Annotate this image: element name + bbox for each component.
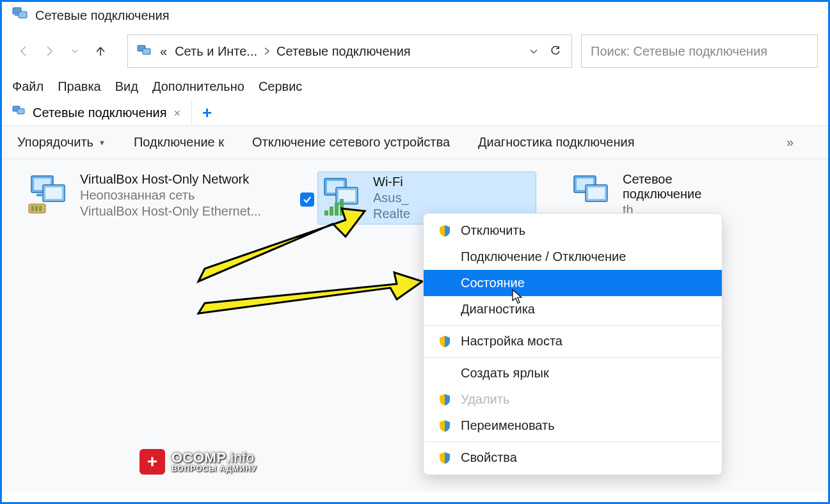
address-dropdown-button[interactable] <box>523 40 545 62</box>
watermark-brand: OCOMP.info <box>172 451 257 465</box>
svg-rect-2 <box>15 15 19 16</box>
organize-button[interactable]: Упорядочить ▼ <box>17 135 106 150</box>
connection-status: Asus_ <box>373 191 410 205</box>
svg-rect-20 <box>324 210 328 216</box>
svg-rect-13 <box>31 206 34 211</box>
svg-rect-27 <box>588 187 605 199</box>
shield-icon <box>438 420 452 432</box>
menu-service[interactable]: Сервис <box>257 78 304 95</box>
ctx-label: Диагностика <box>461 302 535 317</box>
network-adapter-icon <box>570 172 614 218</box>
recent-dropdown-button[interactable] <box>63 40 86 63</box>
search-box[interactable] <box>581 35 818 68</box>
tab-network-connections[interactable]: Сетевые подключения ✕ <box>2 100 192 125</box>
ctx-label: Свойства <box>461 450 517 465</box>
ctx-disable[interactable]: Отключить <box>424 217 722 244</box>
svg-rect-23 <box>340 199 344 216</box>
menu-file[interactable]: Файл <box>11 78 45 95</box>
connection-status: Неопознанная сеть <box>80 188 261 203</box>
address-bar[interactable]: « Сеть и Инте... Сетевые подключения <box>127 35 572 68</box>
svg-rect-10 <box>45 187 62 199</box>
organize-label: Упорядочить <box>17 135 93 150</box>
ctx-label: Настройка моста <box>461 334 563 349</box>
ctx-connect-disconnect[interactable]: Подключение / Отключение <box>424 244 722 270</box>
connection-name: VirtualBox Host-Only Network <box>80 172 261 187</box>
svg-rect-14 <box>35 206 38 211</box>
svg-rect-1 <box>19 12 27 18</box>
tab-label: Сетевые подключения <box>33 106 167 120</box>
shield-icon <box>438 224 452 237</box>
ctx-label: Подключение / Отключение <box>461 249 626 264</box>
separator <box>424 357 722 358</box>
titlebar: Сетевые подключения <box>2 2 828 29</box>
ctx-create-shortcut[interactable]: Создать ярлык <box>424 360 722 386</box>
back-button[interactable] <box>12 40 35 63</box>
tab-icon <box>12 106 26 120</box>
watermark-logo-icon: + <box>140 449 165 475</box>
new-tab-button[interactable]: + <box>196 102 219 125</box>
separator <box>424 441 722 442</box>
context-menu: Отключить Подключение / Отключение Состо… <box>423 213 722 475</box>
selection-checkbox[interactable] <box>300 193 314 207</box>
network-connections-icon <box>12 7 29 24</box>
window-title: Сетевые подключения <box>35 8 170 23</box>
menu-edit[interactable]: Правка <box>56 78 102 95</box>
connection-name: Wi-Fi <box>373 175 410 189</box>
address-icon <box>133 35 156 67</box>
shield-icon <box>438 335 452 348</box>
ctx-label: Удалить <box>461 392 509 407</box>
svg-rect-4 <box>143 49 150 54</box>
search-input[interactable] <box>591 44 808 59</box>
ctx-diagnostics[interactable]: Диагностика <box>424 296 722 322</box>
watermark: + OCOMP.info ВОПРОСЫ АДМИНУ <box>140 449 257 475</box>
ctx-rename[interactable]: Переименовать <box>424 413 722 439</box>
breadcrumb-chevron-icon[interactable] <box>261 35 273 67</box>
nav-row: « Сеть и Инте... Сетевые подключения <box>2 29 828 73</box>
diagnose-button[interactable]: Диагностика подключения <box>478 135 634 150</box>
network-adapter-icon <box>28 172 71 218</box>
wifi-adapter-icon <box>321 175 364 221</box>
chevron-down-icon: ▼ <box>99 139 106 146</box>
disable-device-button[interactable]: Отключение сетевого устройства <box>252 135 450 150</box>
ctx-label: Переименовать <box>461 418 555 433</box>
connection-name: Сетевое подключение <box>623 172 711 201</box>
ctx-properties[interactable]: Свойства <box>424 445 722 471</box>
breadcrumb-segment-1[interactable]: Сеть и Инте... <box>171 35 261 67</box>
connection-device: VirtualBox Host-Only Ethernet... <box>80 204 261 219</box>
ctx-delete: Удалить <box>424 386 722 413</box>
ctx-label: Отключить <box>461 223 525 238</box>
up-button[interactable] <box>89 40 112 63</box>
svg-rect-22 <box>335 203 339 216</box>
svg-rect-11 <box>36 194 44 196</box>
refresh-button[interactable] <box>545 40 566 62</box>
tab-close-button[interactable]: ✕ <box>173 108 181 118</box>
shield-icon <box>438 452 452 464</box>
tab-row: Сетевые подключения ✕ + <box>2 100 828 126</box>
ctx-label: Создать ярлык <box>461 366 549 381</box>
svg-rect-15 <box>39 206 42 211</box>
connection-item-virtualbox[interactable]: VirtualBox Host-Only Network Неопознанна… <box>28 172 283 219</box>
forward-button[interactable] <box>38 40 61 63</box>
command-bar: Упорядочить ▼ Подключение к Отключение с… <box>2 126 828 159</box>
breadcrumb-segment-2[interactable]: Сетевые подключения <box>273 35 415 67</box>
mouse-cursor-icon <box>512 289 523 304</box>
svg-rect-6 <box>17 109 24 114</box>
watermark-tagline: ВОПРОСЫ АДМИНУ <box>172 465 257 473</box>
menu-view[interactable]: Вид <box>114 78 140 95</box>
ctx-label: Состояние <box>461 276 525 290</box>
ctx-status[interactable]: Состояние <box>424 270 722 296</box>
separator <box>424 325 722 326</box>
menu-extra[interactable]: Дополнительно <box>151 78 246 95</box>
connection-device: Realte <box>373 207 410 221</box>
ctx-bridge[interactable]: Настройка моста <box>424 328 722 354</box>
shield-icon <box>438 393 452 406</box>
overflow-button[interactable]: » <box>786 135 813 150</box>
connect-to-button[interactable]: Подключение к <box>134 135 224 150</box>
menubar: Файл Правка Вид Дополнительно Сервис <box>2 73 828 100</box>
breadcrumb-root-chevron[interactable]: « <box>156 35 171 67</box>
svg-rect-21 <box>330 207 333 216</box>
